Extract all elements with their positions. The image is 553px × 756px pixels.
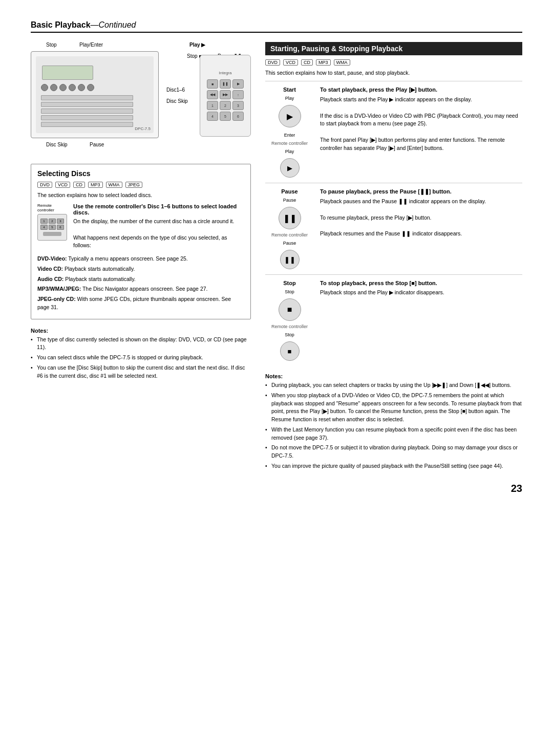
rc-finger-indicator [43, 232, 61, 236]
rc-s-3: 3 [57, 219, 64, 224]
selecting-discs-desc: The section explains how to select loade… [37, 192, 244, 198]
note-right-1: During playback, you can select chapters… [265, 381, 522, 390]
disc-type-dvd: DVD-Video: Typically a menu appears onsc… [37, 255, 244, 263]
instruction-title: Use the remote controller's Disc 1–6 but… [73, 203, 244, 215]
disc-slot-3 [41, 109, 133, 114]
sp-dvd: DVD [265, 59, 280, 66]
pb-pause-rc-icon: ❚❚ [280, 250, 300, 269]
rc-btn-row-1: 1 2 3 [40, 219, 64, 224]
starting-formats: DVD VCD CD MP3 WMA [265, 59, 522, 66]
remote-diagram-label: Integra [219, 71, 232, 75]
page-number: 23 [31, 483, 522, 494]
selecting-discs-formats: DVD VCD CD MP3 WMA JPEG [37, 182, 244, 188]
pb-left-stop: Stop Stop ■ Remote controller Stop ■ [265, 280, 314, 361]
rb-10: 4 [207, 112, 218, 121]
pb-stop-body: Playback stops and the Play ▶ indicator … [320, 289, 522, 297]
format-dvd: DVD [37, 182, 52, 188]
playback-row-pause: Pause Pause ❚❚ Remote controller Pause ❚… [265, 183, 522, 274]
note-right-2: When you stop playback of a DVD-Video or… [265, 392, 522, 424]
main-content: Stop Play/Enter Play ▶ Stop ■ Pause ❚❚ [31, 42, 522, 472]
pb-start-rc-label: Remote controller [271, 141, 308, 146]
format-cd: CD [73, 182, 85, 188]
pb-right-pause: To pause playback, press the Pause [❚❚] … [320, 188, 522, 269]
pb-start-body: Playback starts and the Play ▶ indicator… [320, 96, 522, 152]
format-mp3: MP3 [88, 182, 103, 188]
disc-slot-2 [41, 102, 133, 107]
selecting-discs-title: Selecting Discs [37, 169, 244, 178]
notes-right-list: During playback, you can select chapters… [265, 381, 522, 470]
rb-2: ❚❚ [220, 79, 231, 89]
format-vcd: VCD [55, 182, 70, 188]
note-right-4: Do not move the DPC-7.5 or subject it to… [265, 444, 522, 460]
pb-start-enter-label: Enter [284, 133, 295, 138]
disc-slot-4 [41, 115, 133, 120]
disc-type-list: DVD-Video: Typically a menu appears onsc… [37, 255, 244, 312]
rc-s-6: 6 [57, 225, 64, 230]
pb-right-stop: To stop playback, press the Stop [■] but… [320, 280, 522, 361]
rc-s-5: 5 [49, 225, 56, 230]
disc-type-audiocd: Audio CD: Playback starts automatically. [37, 275, 244, 284]
remote-small-label: Remote controller [37, 203, 68, 212]
device-btn-4 [69, 84, 76, 91]
pb-start-label: Start [283, 87, 296, 93]
rb-8: 2 [220, 101, 231, 110]
pb-pause-label: Pause [281, 188, 297, 195]
pb-left-pause: Pause Pause ❚❚ Remote controller Pause ❚… [265, 188, 314, 269]
label-pause-bottom: Pause [90, 142, 104, 147]
rb-6: ↑ [232, 90, 244, 99]
pb-start-icon: ▶ [279, 105, 301, 127]
device-btn-3 [59, 84, 67, 91]
rb-9: 3 [232, 101, 244, 110]
note-left-1: The type of disc currently selected is s… [31, 336, 251, 352]
page-header: Basic Playback—Continued [31, 20, 522, 33]
left-column: Stop Play/Enter Play ▶ Stop ■ Pause ❚❚ [31, 42, 251, 472]
pb-stop-rc-sub: Stop [285, 332, 294, 337]
pb-right-start: To start playback, press the Play [▶] bu… [320, 87, 522, 178]
sp-mp3: MP3 [316, 59, 331, 66]
pb-stop-icon: ■ [279, 298, 301, 321]
device-btn-1 [41, 84, 48, 91]
notes-right: Notes: During playback, you can select c… [265, 373, 522, 470]
pb-start-sublabel: Play [285, 96, 294, 101]
pb-pause-body: Playback pauses and the Pause ❚❚ indicat… [320, 198, 522, 238]
label-stop: Stop [46, 42, 57, 48]
starting-pausing-title: Starting, Pausing & Stopping Playback [265, 42, 522, 55]
pb-pause-rc-label: Remote controller [271, 232, 308, 237]
note-left-2: You can select discs while the DPC-7.5 i… [31, 354, 251, 362]
label-play: Play ▶ [189, 42, 205, 48]
pb-stop-action-title: To stop playback, press the Stop [■] but… [320, 280, 522, 286]
label-discskip-bottom: Disc Skip [46, 142, 68, 147]
rc-s-1: 1 [40, 219, 48, 224]
pb-start-rc-icon: ▶ [280, 158, 300, 178]
pb-stop-rc-label: Remote controller [271, 324, 308, 329]
pb-left-start: Start Play ▶ Enter Remote controller Pla… [265, 87, 314, 178]
remote-device-small: 1 2 3 4 5 6 [37, 214, 67, 241]
rb-3: ▶ [232, 79, 244, 89]
disc-slot-5 [41, 122, 133, 127]
right-column: Starting, Pausing & Stopping Playback DV… [265, 42, 522, 472]
sp-wma: WMA [334, 59, 350, 66]
device-btn-5 [78, 84, 85, 91]
note-right-5: You can improve the picture quality of p… [265, 462, 522, 470]
sp-cd: CD [301, 59, 313, 66]
remote-instruction-block: Remote controller 1 2 3 4 5 6 [37, 203, 244, 250]
starting-desc: This section explains how to start, paus… [265, 70, 522, 76]
device-diagram: DPC-7.5 [31, 51, 159, 138]
page-title: Basic Playback—Continued [31, 20, 136, 29]
rc-s-2: 2 [49, 219, 56, 224]
pb-pause-rc-sub: Pause [283, 241, 296, 246]
pb-stop-sublabel: Stop [285, 289, 294, 294]
remote-instruction-text: Use the remote controller's Disc 1–6 but… [73, 203, 244, 250]
device-display [42, 66, 93, 80]
rb-12: 6 [232, 112, 244, 121]
device-btn-6 [87, 84, 94, 91]
disc-slot-1 [41, 95, 133, 100]
remote-btn-grid: ■ ❚❚ ▶ ◀◀ ▶▶ ↑ 1 2 3 4 5 6 [207, 79, 244, 121]
pb-start-rc-sub: Play [285, 149, 294, 154]
pb-pause-icon: ❚❚ [279, 207, 301, 229]
notes-right-title: Notes: [265, 373, 522, 379]
diagram-area: Stop Play/Enter Play ▶ Stop ■ Pause ❚❚ [31, 42, 251, 155]
note-left-3: You can use the [Disc Skip] button to sk… [31, 364, 251, 380]
remote-small-img: Remote controller 1 2 3 4 5 6 [37, 203, 68, 241]
disc-type-mp3: MP3/WMA/JPEG: The Disc Navigator appears… [37, 285, 244, 293]
